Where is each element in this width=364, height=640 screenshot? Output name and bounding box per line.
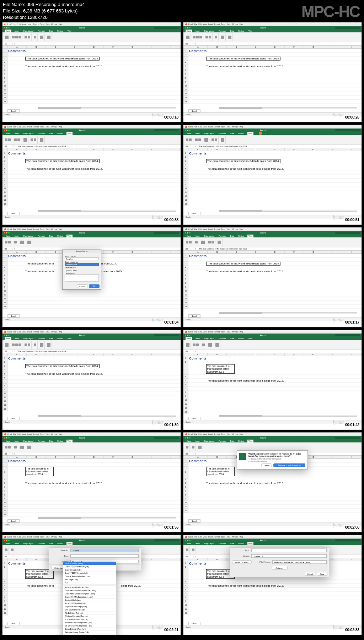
horizontal-scrollbar[interactable] bbox=[38, 107, 176, 109]
cancel-button[interactable]: Cancel bbox=[77, 284, 87, 288]
thumbnail-10[interactable]: 🍎ExcelFileEditViewInsertFormatToolsDataW… bbox=[183, 432, 362, 533]
app-logo: MPC-HC bbox=[301, 3, 360, 21]
timestamp: 00:00:13 bbox=[164, 115, 178, 119]
number-icon[interactable] bbox=[34, 36, 36, 38]
alert-text: Visual Basic macros will be removed if y… bbox=[248, 453, 305, 457]
tab-insert[interactable]: Insert bbox=[14, 30, 20, 32]
file-format-select[interactable]: Excel Macro-Enabled Workbook (.xlsm) bbox=[272, 560, 327, 564]
alert-cancel-button[interactable]: Cancel bbox=[261, 463, 272, 467]
record-macro-dialog[interactable]: Record Macro Macro name: TextWrap Store … bbox=[62, 250, 101, 290]
file-size-line: File Size: 6,36 MB (6 677 663 bytes) bbox=[3, 8, 85, 14]
underline-icon[interactable] bbox=[18, 36, 21, 38]
save-cancel-button[interactable]: Cancel bbox=[305, 572, 315, 576]
thumbnail-6[interactable]: 🍎ExcelFileEditViewInsertFormatToolsDataW… bbox=[183, 227, 362, 327]
save-button[interactable]: Save bbox=[317, 572, 327, 576]
comments-heading[interactable]: Comments bbox=[7, 49, 181, 53]
alert-link[interactable]: Learn about file formats bbox=[248, 461, 305, 463]
tab-data[interactable]: Data bbox=[48, 30, 54, 32]
styles-icon[interactable] bbox=[40, 36, 43, 39]
save-as-dialog[interactable]: Tags: Where:Chapter13 Online LocationsFi… bbox=[230, 547, 329, 577]
formula-bar[interactable]: A1fx bbox=[2, 42, 181, 46]
file-info-overlay: File Name: 096 Recording a macro.mp4 Fil… bbox=[3, 1, 85, 27]
ok-button[interactable]: OK bbox=[89, 284, 100, 288]
thumbnail-9[interactable]: 🍎ExcelFileEditViewInsertFormatToolsDataW… bbox=[2, 432, 181, 533]
alert-hint: To choose a different format, click Canc… bbox=[248, 458, 305, 460]
search-input[interactable] bbox=[154, 27, 179, 29]
thumbnail-8[interactable]: 🍎ExcelFileEditViewInsertFormatToolsDataW… bbox=[183, 330, 362, 430]
alert-continue-button[interactable]: Continue to save Macro-free bbox=[273, 463, 305, 467]
dialog-title: Record Macro bbox=[63, 250, 101, 253]
tab-formulas[interactable]: Formulas bbox=[37, 30, 46, 32]
thumbnail-1[interactable]: 🍎ExcelFileEditViewInsertFormatToolsDataW… bbox=[2, 22, 181, 122]
italic-icon[interactable] bbox=[15, 36, 18, 38]
thumbnail-4[interactable]: 🍎ExcelFileEditViewInsertFormatToolsDataW… bbox=[183, 125, 362, 225]
file-format-dropdown[interactable]: Excel Workbook (.xlsx) Excel 97-2004 Wor… bbox=[63, 562, 116, 635]
ribbon[interactable] bbox=[2, 32, 181, 42]
wrap-icon[interactable] bbox=[28, 36, 30, 38]
paste-icon[interactable] bbox=[5, 36, 9, 39]
tab-review[interactable]: Review bbox=[56, 30, 64, 32]
thumbnail-12[interactable]: 🍎ExcelFileEditViewInsertFormatToolsDataW… bbox=[183, 535, 362, 635]
fx-icon[interactable]: fx bbox=[12, 43, 17, 45]
worksheet[interactable]: ABCDEFGHI 1Comments 2 3The data containe… bbox=[2, 46, 181, 116]
mac-menubar: 🍎ExcelFileEditViewInsertFormatToolsDataW… bbox=[183, 22, 362, 26]
cell-b3[interactable]: The data contained in this worksheet det… bbox=[25, 57, 100, 61]
resolution-line: Resolution: 1280x720 bbox=[3, 14, 85, 21]
tab-view[interactable]: View bbox=[66, 30, 73, 32]
cells-icon[interactable] bbox=[47, 36, 50, 39]
thumbnail-5[interactable]: 🍎ExcelFileEditViewInsertFormatToolsDataW… bbox=[2, 227, 181, 327]
macro-warning-dialog[interactable]: Visual Basic macros will be removed if y… bbox=[237, 450, 308, 469]
bold-icon[interactable] bbox=[12, 36, 15, 38]
wrapped-cell[interactable]: The data contained in this worksheet det… bbox=[206, 364, 235, 374]
sheet-tab[interactable]: Sheet1 bbox=[7, 109, 20, 112]
align-icon[interactable] bbox=[25, 36, 27, 38]
thumbnail-2[interactable]: 🍎ExcelFileEditViewInsertFormatToolsDataW… bbox=[183, 22, 362, 122]
thumbnail-11[interactable]: 🍎ExcelFileEditViewInsertFormatToolsDataW… bbox=[2, 535, 181, 635]
tags-input[interactable] bbox=[70, 554, 139, 558]
save-as-input[interactable]: Record bbox=[70, 549, 139, 552]
file-name-line: File Name: 096 Recording a macro.mp4 bbox=[3, 1, 85, 8]
name-box[interactable]: A1 bbox=[4, 43, 12, 45]
thumbnail-grid: 🍎ExcelFileEditViewInsertFormatToolsDataW… bbox=[2, 22, 362, 635]
excel-app-icon bbox=[239, 453, 246, 460]
macros-icon[interactable] bbox=[40, 138, 43, 142]
thumbnail-3[interactable]: 🍎ExcelFileEditViewInsertFormatToolsDataW… bbox=[2, 125, 181, 225]
input-macro-name[interactable]: TextWrap bbox=[65, 257, 99, 260]
input-description[interactable] bbox=[65, 274, 99, 282]
cell-b5[interactable]: The data contained in the next worksheet… bbox=[25, 64, 103, 68]
value-shortcut: Option+Cmd+ bbox=[65, 269, 99, 272]
thumbnail-7[interactable]: 🍎ExcelFileEditViewInsertFormatToolsDataW… bbox=[2, 330, 181, 430]
format-option-selected[interactable]: Excel Workbook (.xlsx) bbox=[63, 562, 116, 565]
duration-line: Duration: 00:02:46 bbox=[3, 21, 85, 27]
label-shortcut: Shortcut key: bbox=[65, 267, 99, 269]
watermark: lynda bbox=[152, 112, 163, 118]
tab-page-layout[interactable]: Page Layout bbox=[22, 30, 34, 32]
ribbon-tabs[interactable]: HomeInsertPage LayoutFormulasDataReviewV… bbox=[2, 29, 181, 32]
tab-home[interactable]: Home bbox=[5, 30, 11, 32]
options-button[interactable]: Options... bbox=[272, 566, 288, 570]
select-store-in[interactable]: This Workbook bbox=[65, 263, 99, 266]
tab-view-active[interactable]: View bbox=[66, 132, 73, 135]
record-macro-highlight-icon[interactable] bbox=[259, 132, 262, 135]
